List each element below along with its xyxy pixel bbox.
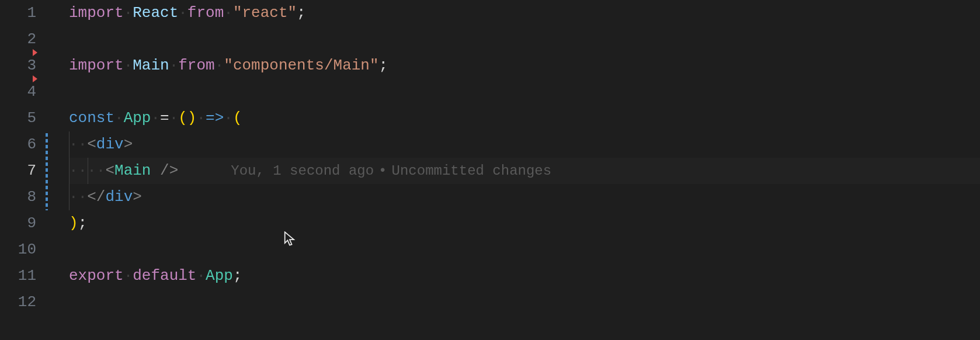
keyword-const: const	[69, 105, 114, 131]
arrow-function: =>	[206, 105, 224, 131]
whitespace: ·	[114, 105, 124, 131]
whitespace: ·	[196, 105, 206, 131]
jsx-selfclose: />	[151, 158, 178, 184]
code-line[interactable]	[69, 26, 980, 53]
code-line-current[interactable]: ····<Main />You, 1 second ago•Uncommitte…	[69, 158, 980, 184]
line-number[interactable]: 6	[0, 131, 36, 158]
line-number[interactable]: 11	[0, 263, 36, 289]
jsx-open-bracket: <	[105, 158, 114, 184]
string-literal: "react"	[233, 0, 297, 26]
line-number[interactable]: 1	[0, 0, 36, 26]
whitespace: ·	[124, 263, 133, 289]
separator-dot: •	[378, 163, 387, 179]
code-line[interactable]: const·App·=·()·=>·(	[69, 105, 980, 131]
code-line[interactable]: import·React·from·"react";	[69, 0, 980, 26]
whitespace: ·	[124, 0, 133, 26]
semicolon: ;	[78, 210, 88, 237]
paren-close: )	[69, 210, 78, 237]
code-line[interactable]: );	[69, 210, 980, 237]
code-content[interactable]: import·React·from·"react"; import·Main·f…	[47, 0, 980, 340]
code-editor[interactable]: 1 2 3 4 5 6 7 8 9 10 11 12 import·React·…	[0, 0, 980, 340]
keyword-export: export	[69, 263, 124, 289]
semicolon: ;	[297, 0, 306, 26]
keyword-from: from	[178, 53, 214, 79]
identifier: Main	[133, 53, 169, 79]
git-blame-annotation[interactable]: You, 1 second ago•Uncommitted changes	[231, 158, 551, 184]
whitespace: ·	[151, 105, 160, 131]
keyword-from: from	[187, 0, 224, 26]
line-gutter: 1 2 3 4 5 6 7 8 9 10 11 12	[0, 0, 47, 340]
semicolon: ;	[233, 263, 242, 289]
whitespace: ·	[169, 105, 179, 131]
diff-modified-indicator[interactable]	[46, 133, 48, 210]
paren-open: (	[233, 105, 242, 131]
code-line[interactable]: ··</div>	[69, 184, 980, 210]
jsx-close-bracket: >	[124, 131, 133, 158]
line-number[interactable]: 2	[0, 26, 36, 53]
code-line[interactable]: import·Main·from·"components/Main";	[69, 53, 980, 79]
code-line[interactable]	[69, 79, 980, 105]
line-number[interactable]: 9	[0, 210, 36, 237]
code-line[interactable]	[69, 289, 980, 315]
identifier: App	[206, 263, 233, 289]
keyword-import: import	[69, 0, 124, 26]
jsx-tag: div	[105, 184, 133, 210]
whitespace: ·	[215, 53, 224, 79]
code-line[interactable]	[69, 237, 980, 263]
whitespace: ··	[69, 184, 87, 210]
whitespace: ·	[169, 53, 179, 79]
line-number[interactable]: 7	[0, 158, 36, 184]
line-number[interactable]: 4	[0, 79, 36, 105]
code-line[interactable]: ··<div>	[69, 131, 980, 158]
whitespace: ·	[196, 263, 206, 289]
keyword-import: import	[69, 53, 124, 79]
identifier: React	[133, 0, 178, 26]
code-line[interactable]: export·default·App;	[69, 263, 980, 289]
blame-author: You, 1 second ago	[231, 163, 374, 179]
line-number[interactable]: 8	[0, 184, 36, 210]
whitespace: ·	[124, 53, 133, 79]
whitespace: ·	[178, 0, 187, 26]
parentheses: ()	[178, 105, 196, 131]
blame-status: Uncommitted changes	[392, 163, 552, 179]
keyword-default: default	[133, 263, 196, 289]
semicolon: ;	[379, 53, 388, 79]
equals: =	[160, 105, 169, 131]
jsx-component: Main	[114, 158, 151, 184]
line-number[interactable]: 12	[0, 289, 36, 315]
jsx-open-bracket: <	[87, 131, 96, 158]
whitespace: ·	[224, 105, 233, 131]
jsx-tag: div	[96, 131, 124, 158]
jsx-open-bracket: </	[87, 184, 105, 210]
identifier: App	[124, 105, 151, 131]
string-literal: "components/Main"	[224, 53, 378, 79]
line-number[interactable]: 3	[0, 53, 36, 79]
whitespace: ··	[69, 131, 87, 158]
whitespace: ·	[224, 0, 233, 26]
line-number[interactable]: 5	[0, 105, 36, 131]
line-number[interactable]: 10	[0, 237, 36, 263]
jsx-close-bracket: >	[133, 184, 142, 210]
